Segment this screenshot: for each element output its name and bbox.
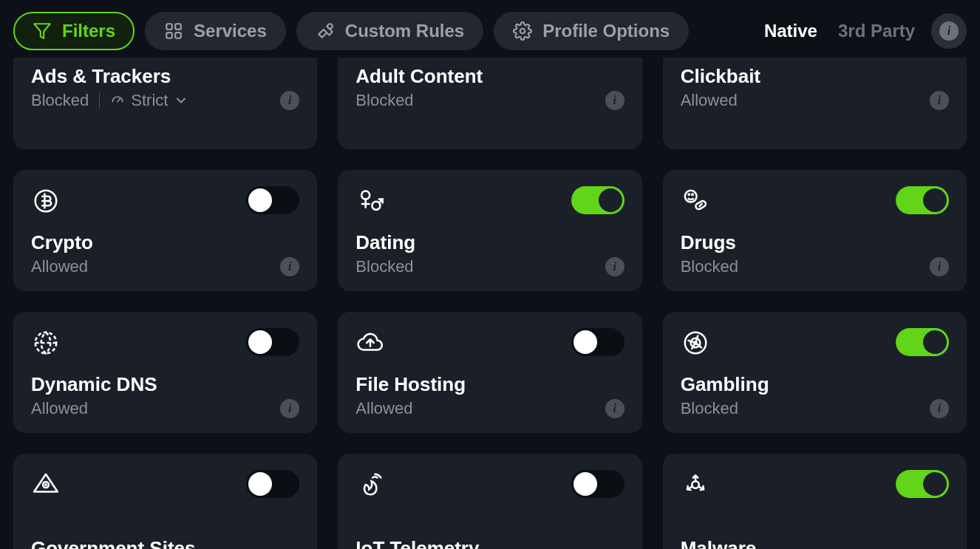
card-info-button[interactable]: i [930, 399, 949, 418]
card-title: Dynamic DNS [31, 373, 299, 396]
card-title: Clickbait [681, 65, 949, 88]
card-clickbait: Clickbait Allowed i [663, 58, 967, 149]
gauge-icon [110, 93, 125, 108]
top-tabs: Filters Services Custom Rules Profile Op… [13, 0, 967, 64]
info-icon: i [939, 21, 959, 41]
malware-icon [681, 470, 710, 499]
card-status: Allowed [31, 399, 88, 418]
file-hosting-icon [355, 328, 385, 358]
drugs-icon [681, 186, 710, 216]
svg-rect-3 [166, 33, 172, 38]
card-crypto: Crypto Allowed i [13, 170, 317, 291]
tab-profile-options[interactable]: Profile Options [494, 12, 689, 50]
svg-point-19 [694, 341, 696, 344]
filter-icon [33, 21, 52, 41]
card-status: Allowed [681, 91, 738, 110]
mode-native[interactable]: Native [764, 21, 817, 41]
card-toggle[interactable] [896, 470, 949, 498]
card-toggle[interactable] [571, 186, 625, 214]
svg-rect-1 [166, 24, 172, 30]
svg-point-22 [45, 484, 47, 485]
card-status: Blocked [355, 257, 413, 276]
gambling-icon [681, 328, 710, 358]
card-toggle[interactable] [571, 470, 625, 498]
card-dating: Dating Blocked i [338, 170, 642, 291]
crypto-icon [31, 186, 61, 216]
profile-options-icon [513, 21, 532, 41]
chevron-down-icon [174, 93, 188, 108]
svg-point-6 [520, 29, 525, 34]
card-toggle[interactable] [571, 328, 625, 356]
card-toggle[interactable] [896, 186, 949, 214]
card-status: Blocked [681, 399, 738, 418]
card-title: Government Sites [31, 537, 299, 549]
card-info-button[interactable]: i [605, 257, 625, 276]
svg-point-5 [327, 24, 333, 29]
mode-third-party[interactable]: 3rd Party [838, 21, 915, 41]
card-title: Crypto [31, 231, 299, 254]
card-file-hosting: File Hosting Allowed i [338, 312, 642, 433]
svg-marker-20 [34, 474, 58, 492]
iot-icon [355, 470, 385, 499]
card-status: Allowed [355, 399, 412, 418]
card-info-button[interactable]: i [280, 91, 299, 110]
card-mode-selector[interactable]: Strict [110, 91, 188, 110]
svg-rect-2 [175, 24, 181, 30]
government-icon [31, 470, 61, 499]
card-info-button[interactable]: i [930, 91, 949, 110]
card-info-button[interactable]: i [605, 399, 625, 418]
card-info-button[interactable]: i [605, 91, 625, 110]
card-malware: Malware [663, 454, 967, 549]
divider [99, 92, 100, 109]
card-title: IoT Telemetry [355, 537, 624, 549]
card-title: Ads & Trackers [31, 65, 299, 88]
card-dynamic-dns: Dynamic DNS Allowed i [13, 312, 317, 433]
tab-custom-rules[interactable]: Custom Rules [296, 12, 483, 50]
card-status: Allowed [31, 257, 88, 276]
card-title: Dating [355, 231, 624, 254]
card-gambling: Gambling Blocked i [663, 312, 967, 433]
svg-line-7 [118, 99, 120, 102]
card-title: Gambling [681, 373, 949, 396]
card-toggle[interactable] [896, 328, 949, 356]
card-title: Malware [681, 537, 949, 549]
mode-toggle: Native 3rd Party [764, 21, 915, 41]
tab-services-label: Services [194, 21, 267, 41]
card-adult-content: Adult Content Blocked i [338, 58, 642, 149]
tab-services[interactable]: Services [145, 12, 286, 50]
card-title: File Hosting [355, 373, 624, 396]
card-status: Blocked [31, 91, 89, 110]
svg-point-12 [688, 194, 690, 196]
card-toggle[interactable] [246, 186, 299, 214]
svg-marker-0 [34, 24, 50, 38]
card-info-button[interactable]: i [930, 257, 949, 276]
svg-line-15 [698, 203, 702, 207]
tab-filters-label: Filters [62, 21, 115, 41]
tab-custom-rules-label: Custom Rules [345, 21, 464, 41]
filters-grid: Ads & Trackers Blocked Strict i Adult Co… [13, 64, 967, 549]
card-toggle[interactable] [246, 470, 299, 498]
card-status: Blocked [681, 257, 738, 276]
svg-rect-4 [175, 33, 181, 38]
card-government-sites: Government Sites [13, 454, 317, 549]
custom-rules-icon [316, 21, 335, 41]
card-drugs: Drugs Blocked i [663, 170, 967, 291]
card-info-button[interactable]: i [280, 257, 299, 276]
card-info-button[interactable]: i [280, 399, 299, 418]
card-status: Blocked [355, 91, 413, 110]
services-icon [164, 21, 183, 41]
card-toggle[interactable] [246, 328, 299, 356]
card-ads-trackers: Ads & Trackers Blocked Strict i [13, 58, 317, 149]
header-info-button[interactable]: i [931, 13, 967, 49]
card-iot-telemetry: IoT Telemetry [338, 454, 642, 549]
dating-icon [355, 186, 385, 216]
card-title: Adult Content [355, 65, 624, 88]
svg-point-13 [692, 194, 693, 196]
dynamic-dns-icon [31, 328, 61, 358]
tab-profile-options-label: Profile Options [542, 21, 670, 41]
tab-filters[interactable]: Filters [13, 12, 135, 50]
card-title: Drugs [681, 231, 949, 254]
svg-point-9 [361, 191, 370, 200]
